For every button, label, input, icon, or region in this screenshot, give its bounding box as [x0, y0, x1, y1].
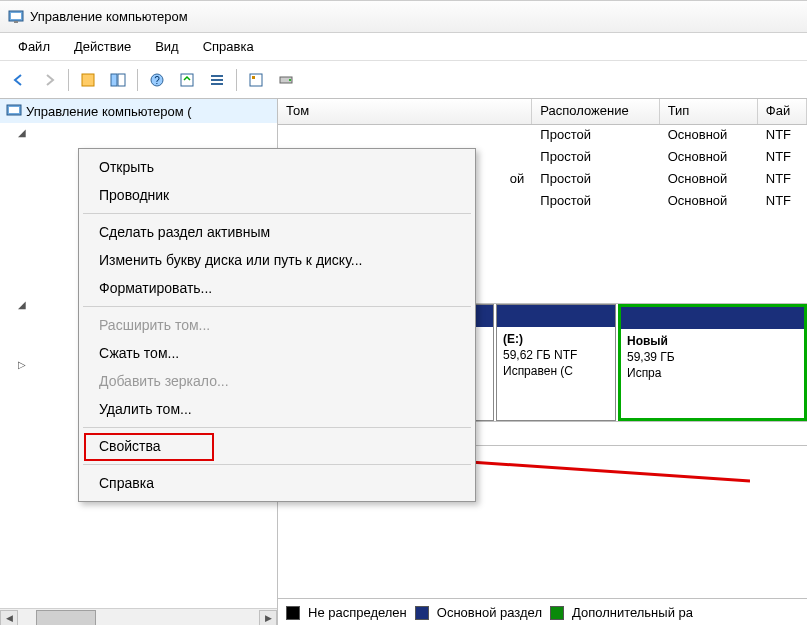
- swatch-extended: [550, 606, 564, 620]
- svg-rect-17: [9, 107, 19, 113]
- scroll-right-arrow[interactable]: ▶: [259, 610, 277, 626]
- cell-type: Основной: [660, 147, 758, 169]
- context-menu: Открыть Проводник Сделать раздел активны…: [78, 148, 476, 502]
- forward-button[interactable]: [36, 67, 62, 93]
- partition-new[interactable]: Новый 59,39 ГБ Испра: [618, 304, 807, 421]
- menu-extend: Расширить том...: [81, 311, 473, 339]
- svg-rect-12: [250, 74, 262, 86]
- cell-layout: Простой: [532, 147, 659, 169]
- list-button[interactable]: [204, 67, 230, 93]
- properties-button[interactable]: [75, 67, 101, 93]
- col-type[interactable]: Тип: [660, 99, 758, 124]
- table-row[interactable]: Простой Основной NTF: [278, 125, 807, 147]
- toolbar: ?: [0, 61, 807, 99]
- cell-fs: NTF: [758, 191, 807, 213]
- menu-shrink[interactable]: Сжать том...: [81, 339, 473, 367]
- svg-point-15: [289, 79, 291, 81]
- svg-rect-8: [181, 74, 193, 86]
- cell-layout: Простой: [532, 191, 659, 213]
- menu-add-mirror: Добавить зеркало...: [81, 367, 473, 395]
- legend: Не распределен Основной раздел Дополните…: [278, 598, 807, 625]
- scroll-left-arrow[interactable]: ◀: [0, 610, 18, 626]
- partition-body: (E:) 59,62 ГБ NTF Исправен (С: [497, 327, 615, 384]
- menu-open[interactable]: Открыть: [81, 153, 473, 181]
- window-title: Управление компьютером: [30, 9, 188, 24]
- partition-body: Новый 59,39 ГБ Испра: [621, 329, 804, 386]
- menu-action[interactable]: Действие: [62, 35, 143, 58]
- tree-expander-icon[interactable]: ▷: [18, 359, 26, 370]
- drive-button[interactable]: [273, 67, 299, 93]
- menu-bar: Файл Действие Вид Справка: [0, 33, 807, 61]
- cell-layout: Простой: [532, 125, 659, 147]
- settings-button[interactable]: [243, 67, 269, 93]
- svg-rect-5: [118, 74, 125, 86]
- tree-expander-icon[interactable]: ◢: [18, 127, 26, 138]
- toolbar-separator: [137, 69, 138, 91]
- menu-help[interactable]: Справка: [81, 469, 473, 497]
- menu-view[interactable]: Вид: [143, 35, 191, 58]
- svg-rect-2: [14, 21, 18, 23]
- svg-rect-4: [111, 74, 117, 86]
- toolbar-separator: [236, 69, 237, 91]
- cell-type: Основной: [660, 169, 758, 191]
- partition-name: (E:): [503, 331, 609, 347]
- menu-separator: [83, 464, 471, 465]
- col-fs[interactable]: Фай: [758, 99, 807, 124]
- menu-separator: [83, 213, 471, 214]
- swatch-primary: [415, 606, 429, 620]
- legend-unallocated: Не распределен: [308, 605, 407, 620]
- partition-header: [621, 307, 804, 329]
- svg-text:?: ?: [154, 75, 160, 86]
- svg-rect-13: [252, 76, 255, 79]
- cell-type: Основной: [660, 191, 758, 213]
- svg-rect-11: [211, 83, 223, 85]
- computer-icon: [6, 103, 22, 119]
- menu-separator: [83, 306, 471, 307]
- svg-rect-3: [82, 74, 94, 86]
- show-hide-button[interactable]: [105, 67, 131, 93]
- menu-change-letter[interactable]: Изменить букву диска или путь к диску...: [81, 246, 473, 274]
- partition-size: 59,39 ГБ: [627, 349, 798, 365]
- partition-status: Исправен (С: [503, 363, 609, 379]
- partition-status: Испра: [627, 365, 798, 381]
- cell-layout: Простой: [532, 169, 659, 191]
- menu-properties[interactable]: Свойства: [81, 432, 473, 460]
- tree-expander-icon[interactable]: ◢: [18, 299, 26, 310]
- col-layout[interactable]: Расположение: [532, 99, 659, 124]
- menu-separator: [83, 427, 471, 428]
- menu-file[interactable]: Файл: [6, 35, 62, 58]
- partition-size: 59,62 ГБ NTF: [503, 347, 609, 363]
- title-bar: Управление компьютером: [0, 1, 807, 33]
- svg-rect-1: [11, 13, 21, 19]
- col-volume[interactable]: Том: [278, 99, 532, 124]
- legend-extended: Дополнительный ра: [572, 605, 693, 620]
- svg-rect-9: [211, 75, 223, 77]
- menu-help[interactable]: Справка: [191, 35, 266, 58]
- menu-format[interactable]: Форматировать...: [81, 274, 473, 302]
- cell-fs: NTF: [758, 169, 807, 191]
- tree-root-item[interactable]: Управление компьютером (: [0, 99, 277, 123]
- menu-delete-volume[interactable]: Удалить том...: [81, 395, 473, 423]
- menu-make-active[interactable]: Сделать раздел активным: [81, 218, 473, 246]
- legend-primary: Основной раздел: [437, 605, 542, 620]
- help-button[interactable]: ?: [144, 67, 170, 93]
- swatch-unallocated: [286, 606, 300, 620]
- cell-fs: NTF: [758, 147, 807, 169]
- table-header: Том Расположение Тип Фай: [278, 99, 807, 125]
- tree-root-label: Управление компьютером (: [26, 104, 192, 119]
- cell-type: Основной: [660, 125, 758, 147]
- cell-fs: NTF: [758, 125, 807, 147]
- horizontal-scrollbar[interactable]: ◀ ▶: [0, 608, 277, 625]
- scroll-track[interactable]: [18, 610, 259, 626]
- partition-name: Новый: [627, 333, 798, 349]
- cell-vol: [278, 125, 532, 147]
- toolbar-separator: [68, 69, 69, 91]
- back-button[interactable]: [6, 67, 32, 93]
- partition-e[interactable]: (E:) 59,62 ГБ NTF Исправен (С: [496, 304, 616, 421]
- scroll-thumb[interactable]: [36, 610, 96, 626]
- partition-header: [497, 305, 615, 327]
- svg-rect-10: [211, 79, 223, 81]
- refresh-button[interactable]: [174, 67, 200, 93]
- menu-explorer[interactable]: Проводник: [81, 181, 473, 209]
- app-icon: [8, 9, 24, 25]
